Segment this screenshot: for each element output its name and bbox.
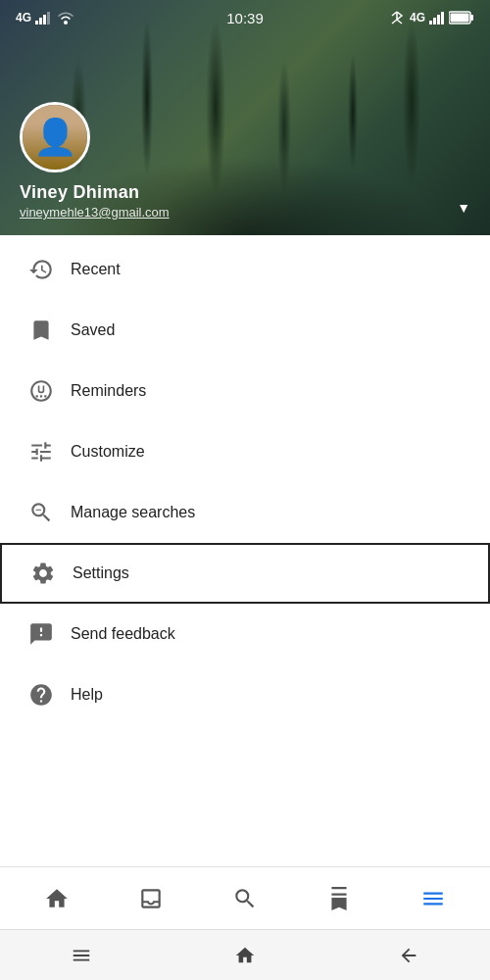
svg-point-4	[64, 21, 68, 24]
menu-item-help[interactable]: Help	[0, 664, 490, 725]
menu-item-settings[interactable]: Settings	[0, 543, 490, 604]
svg-rect-2	[43, 15, 46, 24]
account-dropdown-arrow[interactable]: ▼	[457, 200, 470, 216]
help-icon	[20, 682, 63, 708]
manage-searches-icon	[20, 500, 63, 525]
sys-home-button[interactable]	[223, 934, 267, 977]
bluetooth-icon	[388, 11, 406, 24]
svg-rect-6	[433, 18, 436, 24]
svg-rect-11	[451, 14, 469, 23]
settings-icon	[22, 561, 65, 586]
profile-overlay: Viney Dhiman vineymehle13@gmail.com	[0, 102, 490, 235]
bottom-navigation	[0, 866, 490, 929]
signal-icon-right	[429, 11, 445, 24]
sys-menu-button[interactable]	[60, 934, 103, 977]
avatar-image	[23, 105, 87, 170]
svg-rect-10	[470, 15, 473, 21]
bookmarks-icon	[326, 886, 352, 911]
svg-rect-7	[437, 15, 440, 24]
sys-home-icon	[234, 945, 256, 966]
user-email[interactable]: vineymehle13@gmail.com	[20, 205, 470, 220]
menu-item-customize[interactable]: Customize	[0, 421, 490, 482]
recent-icon	[20, 257, 63, 282]
network-signal-left: 4G	[16, 11, 31, 24]
send-feedback-label: Send feedback	[71, 625, 175, 643]
status-left: 4G	[16, 11, 74, 24]
avatar[interactable]	[20, 102, 90, 172]
saved-label: Saved	[71, 321, 115, 339]
status-bar: 4G 10:39 4G	[0, 0, 490, 35]
svg-rect-0	[35, 21, 38, 24]
nav-search[interactable]	[216, 867, 274, 929]
sys-hamburger-icon	[71, 945, 92, 966]
menu-item-manage-searches[interactable]: Manage searches	[0, 482, 490, 543]
svg-rect-5	[429, 21, 432, 24]
menu-list: Recent Saved Reminders Customize	[0, 235, 490, 725]
inbox-icon	[138, 886, 164, 911]
customize-icon	[20, 439, 63, 465]
menu-item-send-feedback[interactable]: Send feedback	[0, 604, 490, 664]
battery-icon	[449, 11, 474, 24]
hamburger-menu-icon	[420, 886, 446, 911]
home-icon	[44, 886, 70, 911]
menu-item-reminders[interactable]: Reminders	[0, 361, 490, 421]
feedback-icon	[20, 621, 63, 647]
nav-menu[interactable]	[404, 867, 463, 929]
network-signal-right: 4G	[410, 11, 425, 24]
saved-icon	[20, 318, 63, 343]
reminders-icon	[20, 378, 63, 404]
wifi-icon	[57, 11, 74, 24]
svg-rect-3	[47, 12, 50, 24]
customize-label: Customize	[71, 443, 145, 461]
nav-inbox[interactable]	[122, 867, 180, 929]
help-label: Help	[71, 686, 103, 704]
nav-home[interactable]	[27, 867, 86, 929]
user-name: Viney Dhiman	[20, 182, 470, 203]
system-navigation	[0, 929, 490, 980]
time-display: 10:39	[226, 10, 264, 26]
reminders-label: Reminders	[71, 382, 146, 400]
sys-back-button[interactable]	[387, 934, 430, 977]
manage-searches-label: Manage searches	[71, 504, 195, 521]
sys-back-icon	[398, 945, 419, 966]
menu-item-recent[interactable]: Recent	[0, 239, 490, 300]
recent-label: Recent	[71, 261, 121, 278]
svg-rect-8	[441, 12, 444, 24]
svg-rect-1	[39, 18, 42, 24]
status-right: 4G	[388, 11, 474, 24]
menu-item-saved[interactable]: Saved	[0, 300, 490, 361]
nav-bookmarks[interactable]	[310, 867, 368, 929]
signal-icon-left	[35, 11, 51, 24]
profile-header[interactable]: Viney Dhiman vineymehle13@gmail.com ▼	[0, 0, 490, 235]
settings-label: Settings	[73, 564, 129, 582]
search-icon	[232, 886, 258, 911]
